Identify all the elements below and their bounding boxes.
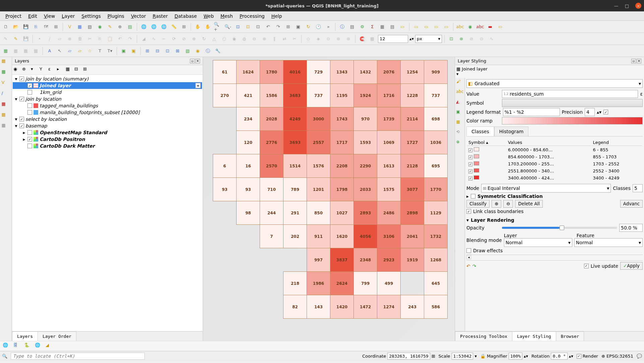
attribute-table-icon[interactable]: ▦	[378, 22, 387, 31]
render-checkbox[interactable]: ✓	[577, 354, 581, 359]
precision-input[interactable]: 4	[585, 108, 595, 116]
zoom-layer-icon[interactable]: ⊡	[254, 22, 262, 31]
layers-tb-4-icon[interactable]: ε	[48, 66, 55, 73]
toolbox-icon[interactable]: ⚙	[358, 22, 367, 31]
new-map-view-icon[interactable]: ⊞	[284, 22, 293, 31]
style-bottom-tab[interactable]: Processing Toolbox	[455, 331, 512, 341]
add-wcs-icon[interactable]: 🌐	[159, 22, 168, 31]
link-boundaries-checkbox[interactable]: ✓	[466, 209, 471, 214]
save-project-icon[interactable]: 💾	[21, 22, 30, 31]
visibility-checkbox[interactable]	[27, 130, 32, 135]
tb3-1-icon[interactable]: ▦	[1, 47, 10, 55]
toggle-editing-icon[interactable]: ✎	[11, 35, 20, 43]
layers-tab[interactable]: Layers	[12, 331, 38, 341]
layer-tree-row[interactable]: ▾select by location	[13, 116, 202, 122]
classes-table[interactable]: Symbol ▴ValuesLegend ✓ 6.000000 - 854.60…	[466, 139, 643, 182]
tb3-18-icon[interactable]: ▧	[183, 47, 192, 55]
classes-header[interactable]: Values	[507, 139, 591, 146]
bottom-icon-1[interactable]: 🗄	[13, 343, 21, 350]
style-tab-0-icon[interactable]: 🖌	[456, 79, 464, 87]
add-wfs-icon[interactable]: 🌐	[149, 22, 158, 31]
label5-icon[interactable]: ▭	[496, 22, 505, 31]
color-ramp[interactable]	[502, 117, 643, 124]
open-project-icon[interactable]: 📂	[11, 22, 20, 31]
layer-tree-row[interactable]: ▾basemap	[13, 122, 202, 129]
refresh-icon[interactable]: ↻	[304, 22, 313, 31]
advanced-button[interactable]: Advanc	[620, 200, 643, 208]
zoom-last-icon[interactable]: ↶	[264, 22, 272, 31]
menu-mesh[interactable]: Mesh	[218, 13, 236, 19]
classes-header[interactable]: Symbol ▴	[467, 139, 506, 146]
magnifier-value[interactable]: 100%	[509, 353, 522, 360]
layer-indicator-icon[interactable]: ≡	[195, 83, 201, 88]
tb3-17-icon[interactable]: ⊠	[173, 47, 182, 55]
snap-enable-icon[interactable]: 🧲	[358, 35, 367, 43]
tb3-21-icon[interactable]: 🔧	[213, 47, 222, 55]
style-layer-combo[interactable]: ▦Joined layer ▾	[456, 66, 643, 76]
mode-combo[interactable]: ▯▯Equal Interval▾	[481, 184, 611, 193]
add-vector-icon[interactable]: ⊕	[116, 22, 124, 31]
deselect-icon[interactable]: ▭	[442, 22, 451, 31]
spinner-icon[interactable]: ▴▾	[409, 36, 414, 41]
live-update-checkbox[interactable]: ✓	[584, 264, 589, 268]
layers-tb-3-icon[interactable]: Y	[40, 66, 46, 73]
scroll-left-icon[interactable]: ◂	[466, 255, 471, 259]
left-tb-5-icon[interactable]: ▦	[2, 112, 10, 121]
topo-editing-icon[interactable]: ⊡	[447, 35, 456, 43]
class-row[interactable]: ✓ 854.600000 - 1703…855 - 1703	[467, 154, 642, 160]
zoom-selection-icon[interactable]: ⊡	[244, 22, 252, 31]
add-class-button[interactable]: ⊕	[492, 200, 501, 208]
classes-count-input[interactable]: 5	[633, 184, 643, 192]
menu-raster[interactable]: Raster	[150, 13, 171, 19]
pan-icon[interactable]: ✋	[193, 22, 202, 31]
class-checkbox[interactable]: ✓	[468, 162, 472, 166]
symmetric-checkbox[interactable]	[471, 194, 475, 199]
style-tab-3-icon[interactable]: ▣	[456, 109, 464, 117]
symbol-preview[interactable]	[502, 99, 643, 107]
maximize-button[interactable]: □	[625, 3, 629, 8]
tb3-20-icon[interactable]: ⓘ	[203, 47, 212, 55]
close-button[interactable]: ×	[635, 3, 641, 9]
new-virtual-icon[interactable]: ✎	[106, 22, 114, 31]
save-as-icon[interactable]: ⎘	[31, 22, 40, 31]
undock-icon[interactable]: ▫	[190, 59, 195, 63]
show-layout-icon[interactable]: ⊞	[52, 22, 60, 31]
map-canvas[interactable]: MARULASAN FRANCISCO DEL MONTELA LOMABrgy…	[203, 57, 455, 341]
close-style-icon[interactable]: ×	[637, 59, 641, 63]
legend-format-input[interactable]: %1 - %2	[503, 108, 560, 116]
measure-icon[interactable]: 📏	[170, 22, 178, 31]
class-checkbox[interactable]: ✓	[468, 176, 472, 180]
layer-tree-row[interactable]: ▸OpenStreetMap Standard	[13, 129, 202, 136]
calculator-icon[interactable]: ⊞	[180, 22, 188, 31]
snap-tolerance-input[interactable]: 12	[378, 35, 408, 43]
class-checkbox[interactable]: ✓	[468, 155, 472, 159]
layer-tree-row[interactable]: manila_building_footprints_subset [10000…	[13, 109, 202, 116]
pan-selection-icon[interactable]: ✋	[203, 22, 212, 31]
tb3-15-icon[interactable]: ⊟	[153, 47, 162, 55]
expand-icon[interactable]: ▾	[14, 116, 18, 122]
extents-icon[interactable]: ⊞	[432, 354, 435, 359]
select-features-icon[interactable]: ▭	[398, 22, 407, 31]
class-row[interactable]: ✓ 2551.800000 - 340…2552 - 3400	[467, 168, 642, 174]
menu-project[interactable]: Project	[3, 13, 24, 19]
blend-layer-combo[interactable]: Normal▾	[504, 238, 572, 247]
lock-icon[interactable]: 🔒	[480, 354, 486, 359]
classes-tab[interactable]: Classes	[466, 126, 494, 136]
rotation-value[interactable]: 0.0 °	[551, 353, 567, 360]
visibility-checkbox[interactable]	[27, 103, 32, 108]
layer-tree-row[interactable]: Joined layer≡	[13, 82, 202, 89]
label1-icon[interactable]: abc	[456, 22, 464, 31]
classify-button[interactable]: Classify	[466, 200, 490, 208]
tb3-14-icon[interactable]: ⊞	[143, 47, 152, 55]
locator-input[interactable]	[11, 353, 145, 360]
temporal-icon[interactable]: 🕐	[314, 22, 323, 31]
scale-value[interactable]: 1:53042	[452, 353, 473, 360]
visibility-checkbox[interactable]	[27, 110, 32, 115]
value-field[interactable]: 1.2residents_sum	[502, 90, 638, 98]
bottom-icon-0[interactable]: 🌐	[3, 343, 10, 350]
messages-icon[interactable]: 💬	[637, 354, 642, 359]
style-tab-5-icon[interactable]: ⟲	[456, 129, 464, 137]
layers-tb-0-icon[interactable]: ◉	[13, 66, 20, 73]
collapse-icon[interactable]: ▾	[466, 217, 469, 223]
style-bottom-tab[interactable]: Browser	[556, 331, 584, 341]
